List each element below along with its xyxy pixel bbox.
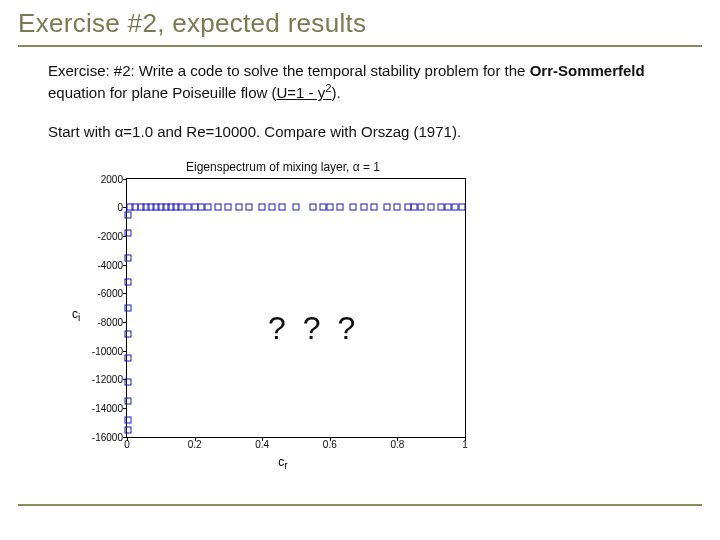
data-point bbox=[215, 203, 222, 210]
data-point bbox=[125, 426, 132, 433]
data-point bbox=[384, 204, 391, 211]
data-point bbox=[336, 204, 343, 211]
data-point bbox=[293, 204, 300, 211]
chart-title: Eigenspectrum of mixing layer, α = 1 bbox=[68, 160, 498, 174]
data-point bbox=[125, 397, 132, 404]
data-point bbox=[125, 230, 132, 237]
data-point bbox=[350, 204, 357, 211]
data-point bbox=[125, 379, 132, 386]
data-point bbox=[394, 204, 401, 211]
y-tick-label: -4000 bbox=[73, 259, 127, 270]
y-tick-label: -10000 bbox=[73, 345, 127, 356]
bottom-divider bbox=[18, 504, 702, 506]
y-axis-label: ci bbox=[72, 307, 80, 323]
data-point bbox=[235, 204, 242, 211]
data-point bbox=[370, 204, 377, 211]
y-tick-label: -6000 bbox=[73, 288, 127, 299]
y-tick-label: -8000 bbox=[73, 317, 127, 328]
data-point bbox=[309, 204, 316, 211]
y-tick-label: -14000 bbox=[73, 403, 127, 414]
y-tick-label: 0 bbox=[73, 202, 127, 213]
data-point bbox=[125, 278, 132, 285]
data-point bbox=[205, 203, 212, 210]
prompt-text-2: equation for plane Poiseuille flow ( bbox=[48, 84, 276, 101]
question-marks: ? ? ? bbox=[268, 310, 359, 347]
data-point bbox=[125, 330, 132, 337]
eigenspectrum-chart: Eigenspectrum of mixing layer, α = 1 200… bbox=[68, 160, 498, 470]
data-point bbox=[125, 416, 132, 423]
y-tick-label: -16000 bbox=[73, 431, 127, 442]
data-point bbox=[245, 204, 252, 211]
exercise-parameters: Start with α=1.0 and Re=10000. Compare w… bbox=[48, 122, 688, 142]
data-point bbox=[458, 204, 465, 211]
title-divider bbox=[18, 45, 702, 47]
data-point bbox=[360, 204, 367, 211]
data-point bbox=[259, 204, 266, 211]
data-point bbox=[225, 204, 232, 211]
plot-area: 20000-2000-4000-6000-8000-10000-12000-14… bbox=[126, 178, 466, 438]
data-point bbox=[279, 204, 286, 211]
orr-sommerfeld-term: Orr-Sommerfeld bbox=[530, 62, 645, 79]
prompt-text-1: Exercise: #2: Write a code to solve the … bbox=[48, 62, 530, 79]
slide: Exercise #2, expected results Exercise: … bbox=[0, 0, 720, 480]
data-point bbox=[428, 204, 435, 211]
y-tick-label: -2000 bbox=[73, 231, 127, 242]
x-axis-label: cr bbox=[278, 455, 287, 471]
data-point bbox=[269, 204, 276, 211]
y-tick-label: 2000 bbox=[73, 173, 127, 184]
data-point bbox=[326, 204, 333, 211]
slide-title: Exercise #2, expected results bbox=[18, 8, 702, 39]
prompt-text-3: ). bbox=[332, 84, 341, 101]
data-point bbox=[418, 204, 425, 211]
exercise-prompt: Exercise: #2: Write a code to solve the … bbox=[48, 61, 688, 104]
data-point bbox=[125, 254, 132, 261]
data-point bbox=[125, 211, 132, 218]
flow-equation: U=1 - y2 bbox=[276, 84, 331, 101]
data-point bbox=[125, 304, 132, 311]
data-point bbox=[125, 354, 132, 361]
y-tick-label: -12000 bbox=[73, 374, 127, 385]
